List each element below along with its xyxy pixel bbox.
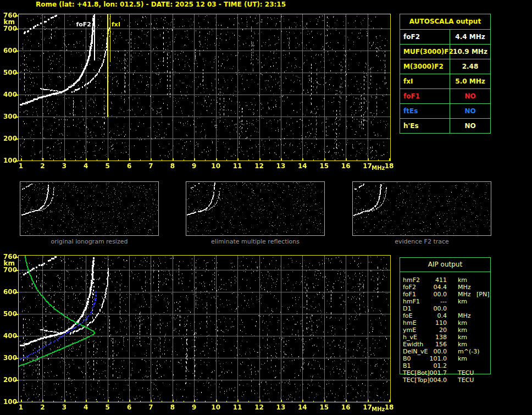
autoscala-label: fxI: [400, 74, 450, 88]
aip-row-foe: 0.4foEMHz: [400, 312, 490, 319]
autoscala-table-header: AUTOSCALA output: [400, 14, 490, 30]
aip-unit: km: [458, 355, 467, 362]
aip-note: [PN]: [476, 291, 489, 298]
thumbnail-caption-eliminate: eliminate multiple reflections: [186, 238, 325, 245]
autoscala-row-fof2: foF2 4.4 MHz: [400, 30, 490, 45]
aip-table-header: AIP output: [400, 258, 490, 272]
autoscala-row-m3000f2: M(3000)F2 2.48: [400, 59, 490, 74]
station-date-title: Rome (lat: +41.8, lon: 012.5) - DATE: 20…: [0, 1, 322, 8]
aip-name: h_vE: [403, 334, 417, 341]
aip-row-deln-ve: 00.0DelN_vEm^(-3): [400, 348, 490, 355]
aip-name: foE: [403, 312, 413, 319]
aip-name: DelN_vE: [403, 348, 428, 355]
autoscala-row-fof1: foF1 NO: [400, 89, 490, 104]
profile-ionogram-plot: [0, 250, 397, 414]
aip-unit: km: [458, 319, 467, 327]
aip-unit: km: [458, 334, 467, 341]
aip-name: TEC[Bot]: [403, 369, 430, 377]
aip-unit: km: [458, 276, 467, 284]
aip-unit: km: [458, 298, 467, 305]
aip-unit: TECU: [458, 377, 474, 384]
autoscala-value: NO: [450, 104, 490, 118]
aip-name: foF2: [403, 284, 416, 291]
autoscala-label: foF2: [400, 30, 450, 44]
aip-name: hmF2: [403, 276, 420, 284]
autoscala-label: MUF(3000)F2: [400, 45, 450, 59]
aip-unit: TECU: [458, 369, 474, 377]
aip-name: B1: [403, 362, 411, 369]
aip-row-yme: 20ymEkm: [400, 327, 490, 334]
autoscala-value: 4.4 MHz: [450, 30, 490, 44]
aip-unit: km: [458, 327, 467, 334]
aip-row-ewidth: 156Ewidthkm: [400, 341, 490, 348]
aip-unit: MHz: [458, 312, 471, 319]
aip-name: hmE: [403, 319, 417, 327]
aip-name: foF1: [403, 291, 416, 298]
aip-name: TEC[Top]: [403, 377, 430, 384]
aip-row-h-ve: 138h_vEkm: [400, 334, 490, 341]
thumbnail-original-ionogram: [20, 181, 159, 236]
scaled-ionogram-plot: [0, 9, 397, 173]
autoscala-label: M(3000)F2: [400, 59, 450, 74]
thumbnail-caption-evidence: evidence F2 trace: [352, 238, 491, 245]
thumbnail-caption-original: original ionogram resized: [20, 238, 159, 245]
autoscala-value: NO: [450, 89, 490, 103]
aip-unit: m^(-3): [458, 348, 479, 355]
autoscala-value: 10.9 MHz: [450, 45, 490, 59]
aip-row-b1: 01.2B1: [400, 362, 490, 369]
aip-row-hmf1: ---hmF1km: [400, 298, 490, 305]
aip-name: Ewidth: [403, 341, 423, 348]
autoscala-row-fxi: fxI 5.0 MHz: [400, 74, 490, 89]
autoscala-label: h'Es: [400, 119, 450, 133]
autoscala-ionogram-screen: Rome (lat: +41.8, lon: 012.5) - DATE: 20…: [0, 0, 532, 415]
autoscala-label: foF1: [400, 89, 450, 103]
aip-unit: km: [458, 341, 467, 348]
aip-row-tec-top-: 004.0TEC[Top]TECU: [400, 377, 490, 384]
autoscala-row-ftes: ftEs NO: [400, 104, 490, 119]
aip-table-rows: 411hmF2km04.4foF2MHz00.0foF1MHz[PN]---hm…: [400, 276, 490, 384]
autoscala-label: ftEs: [400, 104, 450, 118]
autoscala-value: NO: [450, 119, 490, 133]
aip-unit: MHz: [458, 291, 471, 298]
aip-row-tec-bot-: 001.7TEC[Bot]TECU: [400, 369, 490, 377]
aip-row-fof2: 04.4foF2MHz: [400, 284, 490, 291]
autoscala-output-table: AUTOSCALA output foF2 4.4 MHz MUF(3000)F…: [400, 14, 491, 134]
aip-row-fof1: 00.0foF1MHz[PN]: [400, 291, 490, 298]
thumbnail-evidence-f2-trace: [352, 181, 491, 236]
aip-unit: MHz: [458, 284, 471, 291]
aip-row-d1: 00.0D1: [400, 305, 490, 312]
thumbnail-eliminate-reflections: [186, 181, 325, 236]
autoscala-row-hes: h'Es NO: [400, 119, 490, 133]
aip-name: ymE: [403, 327, 416, 334]
aip-row-b0: 101.0B0km: [400, 355, 490, 362]
aip-row-hme: 110hmEkm: [400, 319, 490, 327]
aip-name: B0: [403, 355, 411, 362]
aip-name: D1: [403, 305, 411, 312]
aip-name: hmF1: [403, 298, 420, 305]
autoscala-value: 2.48: [450, 59, 490, 74]
autoscala-row-muf3000f2: MUF(3000)F2 10.9 MHz: [400, 45, 490, 59]
aip-row-hmf2: 411hmF2km: [400, 276, 490, 284]
autoscala-value: 5.0 MHz: [450, 74, 490, 88]
